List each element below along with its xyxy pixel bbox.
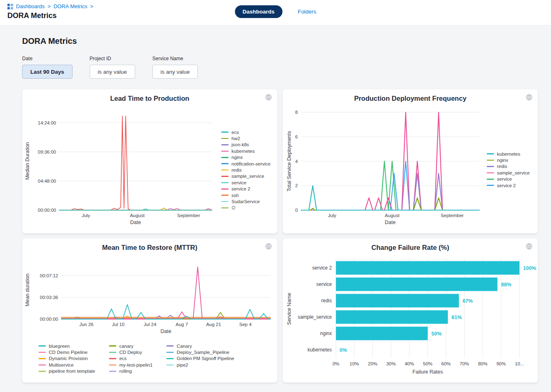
filter-service-name: Service Name is any value — [152, 56, 198, 79]
legend-item[interactable]: kubernetes — [487, 151, 530, 157]
legend-label: ecs — [231, 130, 239, 135]
svg-text:nginx: nginx — [320, 331, 332, 336]
legend-item[interactable]: ecs — [221, 129, 270, 135]
legend-swatch — [109, 365, 116, 366]
legend-label: nginx — [231, 155, 243, 160]
legend-label: ssh — [231, 193, 239, 198]
mttr-legend: bluegreenCD Demo PipelineDynamic Provisi… — [39, 343, 248, 375]
legend-item[interactable]: ssh — [221, 192, 270, 198]
svg-text:80%: 80% — [478, 361, 488, 366]
legend-item[interactable]: sample_service — [221, 173, 270, 179]
svg-text:0: 0 — [295, 208, 298, 213]
chart-title: Mean Time to Restore (MTTR) — [22, 244, 277, 252]
legend-swatch — [166, 365, 174, 366]
svg-text:August: August — [130, 213, 145, 218]
globe-icon[interactable] — [526, 94, 533, 101]
panel-deployment-frequency: 02468JulyAugustSeptemberDateTotal Servic… — [283, 89, 538, 233]
legend-swatch — [109, 345, 116, 347]
svg-text:Failure Rates: Failure Rates — [413, 369, 443, 375]
legend-item[interactable]: kubernetes — [221, 148, 270, 154]
legend-item[interactable]: service — [487, 176, 530, 182]
svg-text:Jul 10: Jul 10 — [112, 322, 125, 327]
legend-item[interactable]: redis — [221, 167, 270, 173]
legend-item[interactable]: redis — [487, 163, 530, 170]
svg-text:September: September — [441, 213, 464, 218]
legend-item[interactable]: hw2 — [221, 135, 270, 141]
globe-icon[interactable] — [265, 243, 272, 250]
filter-project-id: Project ID is any value — [90, 56, 135, 79]
legend-item[interactable]: bluegreen — [39, 343, 109, 349]
legend-swatch — [221, 176, 229, 177]
globe-icon[interactable] — [526, 243, 533, 250]
breadcrumb-link-dashboards[interactable]: Dashboards — [16, 3, 45, 9]
top-header: Dashboards > DORA Metrics > DORA Metrics… — [0, 0, 551, 25]
legend-swatch — [221, 182, 229, 184]
legend-swatch — [221, 138, 229, 139]
legend-item[interactable]: rolling — [109, 368, 166, 374]
legend-item[interactable]: json-k8s — [221, 142, 270, 148]
legend-label: redis — [231, 168, 242, 172]
legend-item[interactable]: service 2 — [487, 182, 530, 188]
legend-item[interactable]: Canary — [166, 343, 248, 349]
svg-text:4: 4 — [295, 159, 298, 164]
legend-item[interactable]: Dynamic Provision — [39, 356, 109, 362]
legend-swatch — [166, 352, 174, 353]
svg-text:40%: 40% — [405, 361, 414, 366]
legend-item[interactable]: ecs — [109, 356, 166, 362]
legend-item[interactable]: my-test-pipelin1 — [109, 362, 166, 368]
legend-item[interactable]: ∅ — [221, 205, 270, 211]
tab-folders[interactable]: Folders — [298, 9, 316, 15]
legend-swatch — [221, 144, 229, 145]
page-title: DORA Metrics — [22, 36, 551, 46]
svg-text:00:00:00: 00:00:00 — [38, 208, 56, 213]
legend-item[interactable]: Deploy_Sample_Pipeline — [166, 349, 248, 355]
legend-label: my-test-pipelin1 — [119, 363, 152, 367]
svg-text:redis: redis — [321, 298, 332, 304]
svg-text:00:00:00: 00:00:00 — [40, 317, 58, 322]
legend-item[interactable]: nginx — [487, 157, 530, 163]
legend-item[interactable]: notification-service — [221, 161, 270, 167]
globe-icon[interactable] — [265, 94, 272, 101]
legend-label: Golden PM Signoff Pipeline — [177, 356, 234, 361]
svg-text:service: service — [316, 281, 332, 287]
svg-text:Sep 4: Sep 4 — [239, 322, 252, 327]
svg-text:Jun 26: Jun 26 — [79, 322, 94, 327]
legend-label: pipeline from template — [49, 369, 95, 374]
svg-text:10%: 10% — [349, 361, 359, 366]
breadcrumb: Dashboards > DORA Metrics > — [7, 3, 93, 9]
svg-text:88%: 88% — [501, 282, 511, 288]
svg-text:60%: 60% — [441, 361, 451, 366]
tab-dashboards[interactable]: Dashboards — [235, 5, 282, 18]
svg-text:Date: Date — [385, 220, 395, 225]
legend-item[interactable]: sample_service — [487, 170, 530, 176]
svg-text:Aug 21: Aug 21 — [206, 322, 221, 327]
legend-label: ecs — [119, 356, 127, 361]
legend-label: rolling — [119, 369, 132, 374]
svg-text:0%: 0% — [333, 361, 340, 366]
legend-item[interactable]: nginx — [221, 154, 270, 161]
legend-item[interactable]: CD Demo Pipeline — [39, 349, 109, 355]
legend-item[interactable]: canary — [109, 343, 166, 349]
dashboards-grid-icon — [7, 4, 13, 9]
svg-text:61%: 61% — [451, 315, 462, 320]
breadcrumb-separator: > — [48, 3, 51, 9]
filter-date-value-button[interactable]: Last 90 Days — [22, 65, 73, 79]
legend-item[interactable]: Golden PM Signoff Pipeline — [166, 356, 248, 362]
legend-item[interactable]: service — [221, 179, 270, 186]
change-failure-rate-chart[interactable]: 0%10%20%30%40%50%60%70%80%90%10...100%se… — [283, 238, 538, 383]
legend-item[interactable]: pipe2 — [166, 362, 248, 368]
legend-item[interactable]: service 2 — [221, 186, 270, 192]
filter-service-name-value-button[interactable]: is any value — [152, 65, 198, 79]
legend-item[interactable]: Multiservice — [39, 362, 109, 368]
legend-label: Deploy_Sample_Pipeline — [177, 350, 229, 355]
legend-item[interactable]: CD Deploy — [109, 349, 166, 355]
header-tabs: Dashboards Folders — [235, 5, 316, 18]
panel-change-failure-rate: 0%10%20%30%40%50%60%70%80%90%10...100%se… — [283, 238, 538, 383]
legend-item[interactable]: pipeline from template — [39, 368, 109, 374]
legend-swatch — [109, 371, 116, 372]
legend-item[interactable]: SudarService — [221, 198, 270, 204]
breadcrumb-link-dora-metrics[interactable]: DORA Metrics — [54, 3, 87, 9]
filter-project-id-value-button[interactable]: is any value — [90, 65, 135, 79]
legend-label: bluegreen — [49, 344, 70, 349]
legend-swatch — [487, 166, 494, 167]
